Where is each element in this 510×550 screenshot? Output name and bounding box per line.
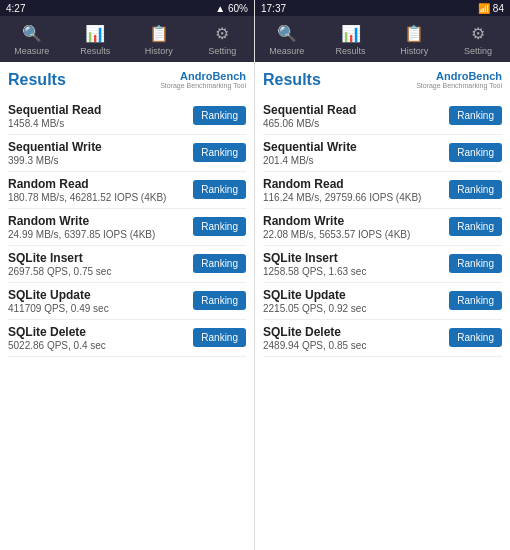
ranking-button[interactable]: Ranking	[193, 217, 246, 236]
history-icon: 📋	[148, 22, 170, 44]
ranking-button[interactable]: Ranking	[449, 143, 502, 162]
measure-icon: 🔍	[276, 22, 298, 44]
bench-name: SQLite Delete	[8, 325, 106, 339]
results-header: Results AndroBench Storage Benchmarking …	[8, 70, 246, 90]
logo-sub: Storage Benchmarking Tool	[416, 82, 502, 90]
logo-sub: Storage Benchmarking Tool	[160, 82, 246, 90]
bench-value: 180.78 MB/s, 46281.52 IOPS (4KB)	[8, 192, 166, 203]
bench-value: 201.4 MB/s	[263, 155, 357, 166]
bench-info: Sequential Write201.4 MB/s	[263, 140, 357, 166]
results-icon: 📊	[340, 22, 362, 44]
ranking-button[interactable]: Ranking	[193, 291, 246, 310]
results-title: Results	[263, 71, 321, 89]
bench-row: SQLite Insert2697.58 QPS, 0.75 secRankin…	[8, 246, 246, 283]
bench-name: SQLite Insert	[263, 251, 366, 265]
bench-value: 465.06 MB/s	[263, 118, 356, 129]
bench-info: SQLite Delete5022.86 QPS, 0.4 sec	[8, 325, 106, 351]
bench-value: 24.99 MB/s, 6397.85 IOPS (4KB)	[8, 229, 155, 240]
bench-name: SQLite Insert	[8, 251, 111, 265]
bench-info: Sequential Write399.3 MB/s	[8, 140, 102, 166]
status-icons: 📶 84	[478, 3, 504, 14]
bench-row: Sequential Read465.06 MB/sRanking	[263, 98, 502, 135]
bench-row: SQLite Update2215.05 QPS, 0.92 secRankin…	[263, 283, 502, 320]
nav-item-history[interactable]: 📋 History	[384, 20, 444, 58]
content-area: Results AndroBench Storage Benchmarking …	[0, 62, 254, 550]
bench-value: 1258.58 QPS, 1.63 sec	[263, 266, 366, 277]
bench-name: Random Write	[263, 214, 410, 228]
nav-bar: 🔍 Measure 📊 Results 📋 History ⚙ Setting	[255, 16, 510, 62]
ranking-button[interactable]: Ranking	[449, 217, 502, 236]
nav-bar: 🔍 Measure 📊 Results 📋 History ⚙ Setting	[0, 16, 254, 62]
bench-name: SQLite Update	[8, 288, 109, 302]
ranking-button[interactable]: Ranking	[449, 180, 502, 199]
bench-name: Random Write	[8, 214, 155, 228]
content-area: Results AndroBench Storage Benchmarking …	[255, 62, 510, 550]
bench-info: Sequential Read465.06 MB/s	[263, 103, 356, 129]
bench-row: Random Write22.08 MB/s, 5653.57 IOPS (4K…	[263, 209, 502, 246]
ranking-button[interactable]: Ranking	[449, 106, 502, 125]
ranking-button[interactable]: Ranking	[449, 291, 502, 310]
status-bar: 4:27 ▲ 60%	[0, 0, 254, 16]
nav-item-setting[interactable]: ⚙ Setting	[192, 20, 252, 58]
results-icon: 📊	[84, 22, 106, 44]
nav-label-setting: Setting	[464, 46, 492, 56]
ranking-button[interactable]: Ranking	[193, 254, 246, 273]
logo-main: AndroBench	[416, 70, 502, 82]
bench-info: Random Read180.78 MB/s, 46281.52 IOPS (4…	[8, 177, 166, 203]
bench-row: Sequential Read1458.4 MB/sRanking	[8, 98, 246, 135]
results-header: Results AndroBench Storage Benchmarking …	[263, 70, 502, 90]
nav-item-measure[interactable]: 🔍 Measure	[257, 20, 317, 58]
ranking-button[interactable]: Ranking	[193, 328, 246, 347]
bench-row: SQLite Delete5022.86 QPS, 0.4 secRanking	[8, 320, 246, 357]
bench-info: SQLite Update2215.05 QPS, 0.92 sec	[263, 288, 366, 314]
bench-value: 399.3 MB/s	[8, 155, 102, 166]
bench-row: SQLite Update411709 QPS, 0.49 secRanking	[8, 283, 246, 320]
nav-item-measure[interactable]: 🔍 Measure	[2, 20, 62, 58]
nav-label-results: Results	[336, 46, 366, 56]
bench-value: 116.24 MB/s, 29759.66 IOPS (4KB)	[263, 192, 421, 203]
bench-info: Random Read116.24 MB/s, 29759.66 IOPS (4…	[263, 177, 421, 203]
bench-value: 411709 QPS, 0.49 sec	[8, 303, 109, 314]
panel-left: 4:27 ▲ 60% 🔍 Measure 📊 Results 📋 History…	[0, 0, 255, 550]
nav-label-history: History	[400, 46, 428, 56]
nav-label-history: History	[145, 46, 173, 56]
bench-info: SQLite Delete2489.94 QPS, 0.85 sec	[263, 325, 366, 351]
ranking-button[interactable]: Ranking	[193, 180, 246, 199]
nav-item-history[interactable]: 📋 History	[129, 20, 189, 58]
bench-row: Random Read116.24 MB/s, 29759.66 IOPS (4…	[263, 172, 502, 209]
bench-row: SQLite Insert1258.58 QPS, 1.63 secRankin…	[263, 246, 502, 283]
nav-item-setting[interactable]: ⚙ Setting	[448, 20, 508, 58]
panel-right: 17:37 📶 84 🔍 Measure 📊 Results 📋 History…	[255, 0, 510, 550]
results-title: Results	[8, 71, 66, 89]
bench-info: Sequential Read1458.4 MB/s	[8, 103, 101, 129]
bench-row: Sequential Write399.3 MB/sRanking	[8, 135, 246, 172]
ranking-button[interactable]: Ranking	[449, 328, 502, 347]
history-icon: 📋	[403, 22, 425, 44]
bench-row: Random Write24.99 MB/s, 6397.85 IOPS (4K…	[8, 209, 246, 246]
nav-item-results[interactable]: 📊 Results	[321, 20, 381, 58]
nav-label-measure: Measure	[269, 46, 304, 56]
bench-name: Sequential Read	[263, 103, 356, 117]
status-time: 4:27	[6, 3, 25, 14]
bench-name: Sequential Write	[8, 140, 102, 154]
bench-name: SQLite Update	[263, 288, 366, 302]
bench-name: Random Read	[8, 177, 166, 191]
ranking-button[interactable]: Ranking	[449, 254, 502, 273]
measure-icon: 🔍	[21, 22, 43, 44]
nav-label-results: Results	[80, 46, 110, 56]
androbench-logo: AndroBench Storage Benchmarking Tool	[160, 70, 246, 90]
ranking-button[interactable]: Ranking	[193, 106, 246, 125]
nav-item-results[interactable]: 📊 Results	[65, 20, 125, 58]
setting-icon: ⚙	[467, 22, 489, 44]
setting-icon: ⚙	[211, 22, 233, 44]
bench-value: 2215.05 QPS, 0.92 sec	[263, 303, 366, 314]
status-bar: 17:37 📶 84	[255, 0, 510, 16]
androbench-logo: AndroBench Storage Benchmarking Tool	[416, 70, 502, 90]
bench-value: 2697.58 QPS, 0.75 sec	[8, 266, 111, 277]
bench-info: Random Write22.08 MB/s, 5653.57 IOPS (4K…	[263, 214, 410, 240]
bench-value: 5022.86 QPS, 0.4 sec	[8, 340, 106, 351]
bench-value: 22.08 MB/s, 5653.57 IOPS (4KB)	[263, 229, 410, 240]
bench-name: Sequential Read	[8, 103, 101, 117]
ranking-button[interactable]: Ranking	[193, 143, 246, 162]
bench-name: SQLite Delete	[263, 325, 366, 339]
